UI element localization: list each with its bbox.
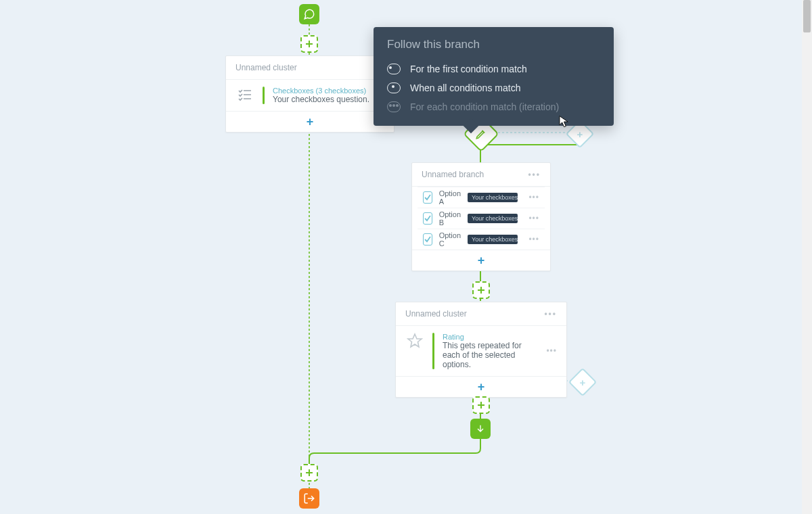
- condition-icon: [387, 64, 401, 74]
- row-more-icon[interactable]: •••: [528, 193, 539, 202]
- add-between-nodes[interactable]: [472, 281, 490, 299]
- add-option-button[interactable]: +: [478, 254, 485, 266]
- source-pill: Your checkboxes que: [468, 193, 518, 202]
- add-below-start[interactable]: [300, 35, 318, 53]
- flow-canvas[interactable]: Unnamed cluster Checkboxes (3 checkboxes…: [0, 0, 802, 514]
- cluster-title: Unnamed cluster: [405, 309, 467, 319]
- more-icon[interactable]: •••: [528, 170, 541, 179]
- tooltip-option-label: When all conditions match: [410, 83, 520, 93]
- pencil-icon: [475, 128, 487, 140]
- row-more-icon[interactable]: •••: [528, 235, 539, 244]
- cluster-meta: Checkboxes (3 checkboxes): [273, 87, 369, 95]
- accent-bar: [263, 87, 265, 104]
- cluster-rating[interactable]: Unnamed cluster ••• Rating This gets rep…: [395, 302, 567, 398]
- vertical-scrollbar[interactable]: [802, 0, 812, 514]
- row-more-icon[interactable]: •••: [528, 214, 539, 223]
- add-before-end[interactable]: [300, 464, 318, 482]
- branch-card[interactable]: Unnamed branch ••• Option A Your checkbo…: [411, 162, 551, 271]
- tooltip-option-label: For the first condition match: [410, 64, 527, 74]
- checklist-icon: [235, 87, 254, 103]
- cluster-desc: Your checkboxes question.: [273, 95, 369, 104]
- checkbox-icon: [423, 212, 432, 225]
- add-item-button[interactable]: +: [307, 116, 314, 128]
- more-icon[interactable]: •••: [544, 309, 557, 319]
- cluster-desc: This gets repeated for each of the selec…: [443, 341, 538, 369]
- tooltip-option-each-match[interactable]: For each condition match (iteration): [387, 97, 600, 116]
- cluster-meta: Rating: [443, 333, 538, 341]
- option-label: Option B: [439, 210, 461, 227]
- tooltip-option-label: For each condition match (iteration): [410, 101, 559, 112]
- tooltip-option-all-match[interactable]: When all conditions match: [387, 78, 600, 97]
- star-icon: [405, 333, 424, 349]
- chat-icon: [303, 8, 315, 20]
- checkbox-icon: [423, 191, 432, 204]
- branch-option-row[interactable]: Option C Your checkboxes que •••: [418, 229, 545, 250]
- add-item-button[interactable]: +: [478, 381, 485, 393]
- condition-icon: [387, 101, 401, 112]
- start-node[interactable]: [299, 4, 319, 24]
- cluster-title: Unnamed cluster: [235, 63, 297, 72]
- exit-icon: [303, 492, 315, 505]
- branch-mode-tooltip: Follow this branch For the first conditi…: [374, 27, 614, 126]
- arrow-down-icon: [475, 423, 486, 434]
- accent-bar: [432, 333, 434, 369]
- add-below-cluster2[interactable]: [472, 396, 490, 414]
- scrollbar-thumb[interactable]: [803, 0, 811, 32]
- source-pill: Your checkboxes que: [468, 214, 518, 223]
- branch-option-row[interactable]: Option A Your checkboxes que •••: [418, 187, 545, 208]
- tooltip-heading: Follow this branch: [387, 38, 600, 51]
- branch-option-row[interactable]: Option B Your checkboxes que •••: [418, 208, 545, 229]
- source-pill: Your checkboxes que: [468, 235, 518, 244]
- branch-title: Unnamed branch: [422, 170, 484, 179]
- cluster-checkboxes[interactable]: Unnamed cluster Checkboxes (3 checkboxes…: [225, 55, 394, 133]
- condition-icon: [387, 83, 401, 93]
- end-node[interactable]: [299, 488, 319, 509]
- tooltip-option-first-match[interactable]: For the first condition match: [387, 60, 600, 78]
- continue-node[interactable]: [470, 419, 491, 439]
- row-more-icon[interactable]: •••: [546, 346, 557, 356]
- checkbox-icon: [423, 233, 432, 246]
- option-label: Option A: [439, 189, 461, 206]
- option-label: Option C: [439, 231, 461, 248]
- add-branch-right-2[interactable]: [568, 368, 597, 396]
